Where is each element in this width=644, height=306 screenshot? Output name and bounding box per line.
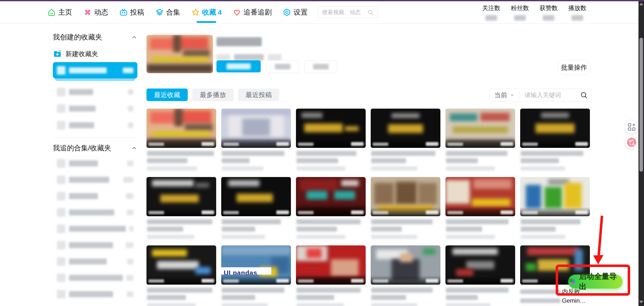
video-thumbnail[interactable] [371, 109, 440, 148]
play-all-button[interactable] [216, 60, 261, 72]
video-thumbnail[interactable] [146, 245, 216, 285]
video-card[interactable] [371, 245, 440, 306]
chevron-up-icon[interactable] [131, 145, 137, 151]
video-card[interactable] [445, 177, 515, 245]
video-title-blurred[interactable] [446, 227, 482, 232]
video-title-blurred[interactable] [147, 219, 212, 224]
tab-settings[interactable]: 设置 [283, 1, 308, 23]
video-thumbnail[interactable] [221, 177, 291, 216]
chevron-up-icon[interactable] [131, 34, 137, 40]
video-title-blurred[interactable] [521, 158, 559, 163]
video-card[interactable] [296, 109, 366, 177]
video-title-blurred[interactable] [371, 288, 433, 293]
nav-search-input[interactable]: 搜索视频、动态 [318, 7, 377, 18]
secondary-action-button[interactable] [305, 60, 337, 73]
new-folder-button[interactable]: 新建收藏夹 [53, 49, 137, 59]
created-folders-header[interactable]: 我创建的收藏夹 [53, 33, 137, 42]
video-title-line[interactable]: Gemin… [520, 297, 590, 304]
video-title-blurred[interactable] [446, 295, 478, 300]
video-title-blurred[interactable] [222, 219, 281, 224]
video-title-blurred[interactable] [147, 158, 187, 163]
video-thumbnail[interactable] [520, 109, 590, 148]
video-card[interactable] [221, 177, 291, 245]
batch-operations-button[interactable]: 批量操作 [557, 60, 591, 75]
video-title-blurred[interactable] [296, 151, 356, 156]
video-title-blurred[interactable] [222, 288, 284, 293]
video-thumbnail[interactable]: UI pandas [221, 245, 291, 285]
sidebar-followed-item[interactable] [53, 207, 137, 218]
secondary-action-button[interactable] [266, 60, 299, 73]
video-card[interactable] [221, 109, 291, 177]
video-title-blurred[interactable] [371, 295, 406, 300]
tab-collection[interactable]: 合集 [155, 1, 180, 23]
video-title-blurred[interactable] [296, 295, 334, 300]
scrollbar-down-arrow-icon[interactable] [639, 301, 643, 303]
video-title-blurred[interactable] [446, 219, 509, 224]
sidebar-followed-item[interactable] [53, 256, 137, 267]
video-thumbnail[interactable] [371, 245, 440, 285]
video-title-blurred[interactable] [371, 158, 406, 163]
sidebar-folder-item[interactable] [53, 103, 137, 114]
video-thumbnail[interactable] [445, 177, 515, 216]
video-title-blurred[interactable] [371, 151, 435, 156]
video-title-blurred[interactable] [147, 288, 212, 293]
keyword-input[interactable]: 请输入关键词 [520, 91, 576, 99]
tab-bangumi[interactable]: 追番追剧 [233, 1, 272, 23]
start-full-export-button[interactable]: 启动全量导出 [568, 275, 623, 289]
folder-cover-image[interactable] [146, 35, 213, 73]
video-title-blurred[interactable] [521, 227, 556, 232]
scrollbar-up-arrow-icon[interactable] [639, 3, 643, 5]
sidebar-followed-item[interactable] [53, 174, 137, 185]
video-thumbnail[interactable] [520, 177, 590, 216]
video-title-blurred[interactable] [371, 219, 433, 224]
video-title-blurred[interactable] [296, 158, 338, 163]
video-card[interactable] [146, 177, 216, 245]
sidebar-followed-item[interactable] [53, 272, 137, 283]
tab-dynamic[interactable]: 动态 [83, 1, 108, 23]
widget-panel-button[interactable] [625, 120, 638, 134]
sidebar-followed-item[interactable] [53, 158, 137, 169]
video-title-blurred[interactable] [222, 227, 255, 232]
scrollbar-thumb[interactable] [639, 38, 643, 172]
sidebar-followed-item[interactable] [53, 289, 137, 300]
video-title-blurred[interactable] [147, 295, 186, 300]
video-title-blurred[interactable] [296, 288, 361, 293]
keyword-search-button[interactable] [576, 91, 592, 99]
video-title-blurred[interactable] [296, 227, 337, 232]
translate-widget-button[interactable]: 中 A [625, 136, 638, 149]
video-title-blurred[interactable] [147, 227, 183, 232]
video-card[interactable] [146, 109, 216, 177]
video-title-blurred[interactable] [222, 151, 284, 156]
tab-upload[interactable]: 投稿 [119, 1, 144, 23]
video-title-blurred[interactable] [521, 151, 583, 156]
video-title-blurred[interactable] [446, 151, 507, 156]
video-title-blurred[interactable] [147, 151, 214, 156]
video-card[interactable] [146, 245, 216, 306]
video-thumbnail[interactable] [146, 109, 216, 148]
video-card[interactable]: UI pandas [221, 245, 291, 306]
stat-3[interactable]: 播放数 [567, 4, 587, 21]
sidebar-followed-item[interactable] [53, 191, 137, 202]
stat-2[interactable]: 获赞数 [539, 4, 559, 21]
stat-0[interactable]: 关注数 [481, 4, 501, 21]
video-card[interactable] [371, 177, 440, 245]
sidebar-folder-item[interactable] [53, 120, 137, 131]
video-thumbnail[interactable] [221, 109, 291, 148]
video-thumbnail[interactable] [296, 177, 366, 216]
sidebar-folder-item[interactable] [53, 86, 137, 98]
video-title-blurred[interactable] [222, 295, 255, 300]
video-thumbnail[interactable] [371, 177, 440, 216]
tab-home[interactable]: 主页 [47, 1, 72, 23]
video-card[interactable] [296, 177, 366, 245]
video-title-blurred[interactable] [371, 227, 402, 232]
video-title-blurred[interactable] [446, 158, 478, 163]
video-card[interactable] [445, 109, 515, 177]
video-thumbnail[interactable] [146, 177, 216, 216]
video-card[interactable] [445, 245, 515, 306]
video-thumbnail[interactable] [445, 109, 515, 148]
tab-favorites[interactable]: 收藏4 [191, 1, 221, 23]
sidebar-followed-item[interactable] [53, 240, 137, 251]
video-title-blurred[interactable] [446, 288, 509, 293]
sidebar-followed-item[interactable] [53, 223, 137, 234]
video-thumbnail[interactable] [296, 109, 366, 148]
